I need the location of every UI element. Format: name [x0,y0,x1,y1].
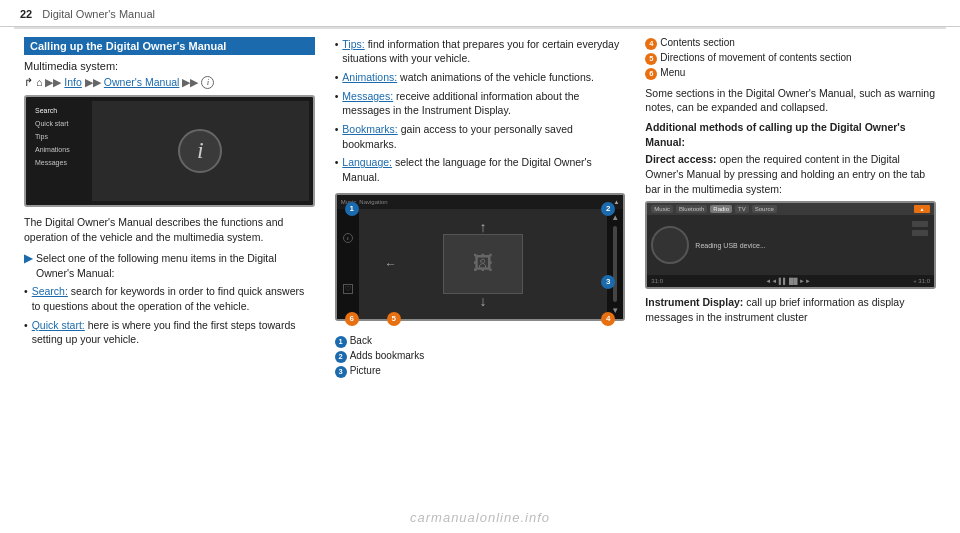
bullet-text-2: Quick start: here is where you find the … [32,318,315,347]
tab-radio: Radio [710,205,732,213]
sidebar-search: Search [32,105,90,116]
num-1: 1 [335,336,347,348]
playback-controls: ◄◄ ▌▌ ██ ►► [765,278,811,284]
term-search: Search: [32,285,68,297]
col2-bullets: • Tips: find information that prepares y… [335,37,626,185]
nav-owners-manual[interactable]: Owner's Manual [104,76,180,88]
nav-sep-2: ▶▶ [85,76,101,88]
watermark: carmanualonline.info [410,510,550,525]
badge-5: 5 [387,312,401,326]
bullet-dot-2: • [24,318,28,347]
nav-info-icon: i [201,76,214,89]
up-arrow: ↑ [479,219,486,235]
term-tips: Tips: [342,38,364,50]
label-3-row: 3 Picture [335,365,626,378]
bullet-animations: • Animations: watch animations of the ve… [335,70,626,85]
nav-path: ↱ ⌂ ▶▶ Info ▶▶ Owner's Manual ▶▶ i [24,76,315,89]
label-5-text: Directions of movement of contents secti… [660,52,851,63]
badge-4: 4 [601,312,615,326]
usb-reading-text: Reading USB device... [695,242,765,249]
bullet-dot-messages: • [335,89,339,118]
body-text: The Digital Owner's Manual describes the… [24,215,315,245]
bullet-language: • Language: select the language for the … [335,155,626,184]
arrow-icon: ▶ [24,251,32,280]
bullet-text-1: Search: search for keywords in order to … [32,284,315,313]
screen2-topbar: Music Navigation ▲ [337,195,624,209]
num-2: 2 [335,351,347,363]
bullet-dot-1: • [24,284,28,313]
instrument-main: Reading USB device... [647,215,934,275]
nav-arrow-icon: ↱ [24,76,33,88]
time-left: 31:0 [651,278,663,284]
instrument-bottom: 31:0 ◄◄ ▌▌ ██ ►► + 31:0 [647,275,934,287]
badge-1: 1 [345,202,359,216]
page-number: 22 [20,8,32,20]
badge-6: 6 [345,312,359,326]
column-3: 4 Contents section 5 Directions of movem… [635,29,946,388]
screen2-picture: 🖼 [443,234,523,294]
right-controls [912,221,928,236]
bullet-dot-animations: • [335,70,339,85]
scroll-track [613,226,617,302]
main-content: Calling up the Digital Owner's Manual Mu… [0,29,960,388]
down-arrow: ↓ [479,293,486,309]
bullet-text-tips: Tips: find information that prepares you… [342,37,625,66]
screen2-icons: ▲ [613,199,619,205]
label-4-text: Contents section [660,37,735,48]
time-right: + 31:0 [913,278,930,284]
sidebar-messages: Messages [32,157,90,168]
direct-access-text: Direct access: open the required content… [645,152,936,196]
number-labels-col2: 1 Back 2 Adds bookmarks 3 Picture [335,335,626,378]
label-2-text: Adds bookmarks [350,350,424,361]
page-title: Digital Owner's Manual [42,8,155,20]
screen2-back-btn: ‹ [343,233,353,243]
page-header: 22 Digital Owner's Manual [0,0,960,27]
nav-info[interactable]: Info [64,76,82,88]
column-1: Calling up the Digital Owner's Manual Mu… [14,29,325,388]
tab-music: Music [651,205,673,213]
screen-inner: Search Quick start Tips Animations Messa… [30,101,309,201]
nav-sep-3: ▶▶ [182,76,198,88]
multimedia-label: Multimedia system: [24,60,315,72]
screen2-right: ▲ ▼ [607,209,623,319]
label-1-row: 1 Back [335,335,626,348]
bullet-text-bookmarks: Bookmarks: gain access to your personall… [342,122,625,151]
bold-heading: Additional methods of calling up the Dig… [645,120,936,149]
num-6: 6 [645,68,657,80]
term-bookmarks: Bookmarks: [342,123,397,135]
screen2-bookmark-btn: ♡ [343,284,353,294]
badge-2: 2 [601,202,615,216]
usb-circle [651,226,689,264]
num-3: 3 [335,366,347,378]
label-4-row: 4 Contents section [645,37,936,50]
control-bar-1 [912,221,928,227]
term-messages: Messages: [342,90,393,102]
usb-text-area: Reading USB device... [695,242,765,249]
screen2-tab2: Navigation [359,199,387,205]
bullet-quickstart: • Quick start: here is where you find th… [24,318,315,347]
tab-tv: TV [735,205,749,213]
instrument-screen-mockup: Music Bluetooth Radio TV Source ▲ Readin… [645,201,936,289]
screen-sidebar: Search Quick start Tips Animations Messa… [30,101,92,201]
bullet-dot-tips: • [335,37,339,66]
term-animations: Animations: [342,71,397,83]
orange-indicator-icon: ▲ [920,206,925,212]
num-4: 4 [645,38,657,50]
bullet-text-animations: Animations: watch animations of the vehi… [342,70,594,85]
left-arrow: ← [385,257,397,271]
label-2-row: 2 Adds bookmarks [335,350,626,363]
label-1-text: Back [350,335,372,346]
control-bar-2 [912,230,928,236]
sidebar-animations: Animations [32,144,90,155]
bullet-text-messages: Messages: receive additional information… [342,89,625,118]
direct-access-label: Direct access: [645,153,716,165]
bullet-bookmarks: • Bookmarks: gain access to your persona… [335,122,626,151]
arrow-instruction: ▶ Select one of the following menu items… [24,251,315,280]
screen-main-area: i [92,101,309,201]
label-6-text: Menu [660,67,685,78]
screen2-main: ‹ ♡ ↑ ↓ ← 🖼 [337,209,624,319]
some-sections-text: Some sections in the Digital Owner's Man… [645,86,936,115]
multimedia-screen-mockup: Search Quick start Tips Animations Messa… [24,95,315,207]
picture-placeholder: 🖼 [473,252,493,275]
term-quickstart: Quick start: [32,319,85,331]
